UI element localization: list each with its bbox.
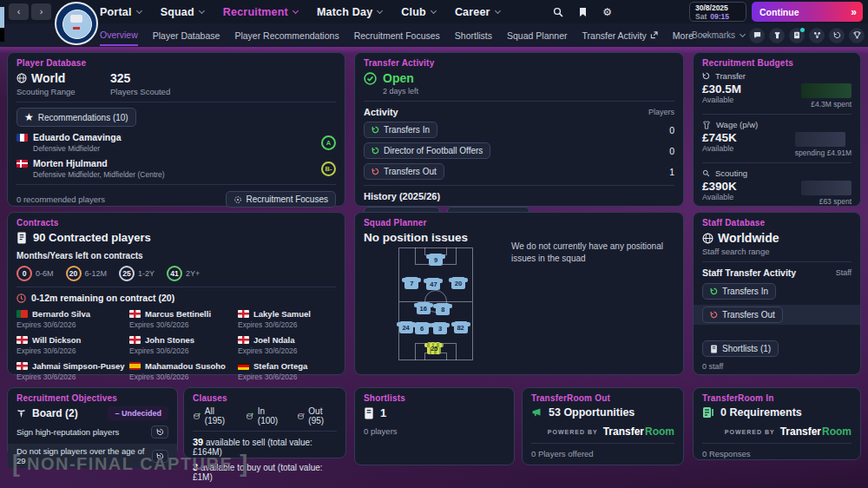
- staff-shortlists-button[interactable]: Shortlists (1): [702, 340, 779, 357]
- game-date[interactable]: 30/8/2025 Sat09:15: [689, 2, 746, 22]
- star-icon: ★: [24, 111, 34, 123]
- transfers-out-button[interactable]: Transfers Out: [364, 163, 444, 180]
- tab-transfer-activity[interactable]: Transfer Activity: [582, 30, 658, 41]
- nav-career[interactable]: Career: [455, 6, 500, 18]
- staff-transfers-in-button[interactable]: Transfers In: [702, 283, 776, 300]
- scouting-budget[interactable]: Scouting £390KAvailable £63 spent: [702, 168, 852, 206]
- contract-player[interactable]: Stefan OrtegaExpires 30/6/2026: [238, 361, 336, 381]
- transferroom-brand: POWERED BY TransferRoom: [531, 425, 674, 438]
- transfer-out-sync-icon: [372, 168, 379, 175]
- nation-flag: [238, 336, 249, 344]
- recommended-count-note: 0 recommended players: [16, 195, 105, 204]
- goalkeeper-shirt[interactable]: 25: [427, 342, 441, 354]
- transfer-budget[interactable]: Transfer £30.5MAvailable £4.3M spent: [702, 71, 852, 109]
- top-utility-icons: ⚙: [553, 0, 612, 23]
- contracted-players-headline[interactable]: 90 Contracted players: [16, 231, 336, 244]
- contract-player[interactable]: Lakyle SamuelExpires 30/6/2026: [238, 309, 336, 329]
- player-shirt[interactable]: 6: [415, 322, 429, 334]
- player-shirt[interactable]: 9: [429, 254, 443, 266]
- contract-player[interactable]: Mahamadou SusohoExpires 30/6/2026: [129, 361, 238, 381]
- contract-player[interactable]: John StonesExpires 30/6/2026: [129, 335, 238, 355]
- board-objectives-headline[interactable]: Board (2): [16, 407, 78, 419]
- search-icon[interactable]: [553, 7, 563, 17]
- news-document-icon[interactable]: [789, 28, 805, 43]
- nation-flag: [16, 160, 28, 168]
- contract-player[interactable]: Marcus BettinelliExpires 30/6/2026: [129, 309, 238, 329]
- nav-club[interactable]: Club: [401, 6, 436, 18]
- forward-button[interactable]: ›: [31, 3, 51, 20]
- bucket-0-6m[interactable]: 00-6M: [16, 266, 54, 281]
- recommended-player-row[interactable]: Morten Hjulmand Defensive Midfielder, Mi…: [16, 158, 336, 179]
- continue-button[interactable]: Continue »: [752, 2, 863, 22]
- objective-row[interactable]: Sign high-reputation players: [8, 423, 177, 441]
- tab-shortlists[interactable]: Shortlists: [455, 30, 492, 41]
- globe-icon: [702, 233, 713, 244]
- activity-header: Activity: [364, 107, 398, 117]
- transfer-in-sync-icon: [372, 147, 379, 155]
- inbox-chat-icon[interactable]: [749, 28, 765, 43]
- bucket-2y-plus[interactable]: 412Y+: [167, 266, 200, 281]
- nav-recruitment[interactable]: Recruitment: [223, 6, 298, 18]
- player-shirt[interactable]: 7: [404, 277, 418, 289]
- dof-offers-button[interactable]: Director of Football Offers: [364, 142, 490, 159]
- bucket-6-12m[interactable]: 206-12M: [66, 266, 108, 281]
- tab-recruitment-focuses[interactable]: Recruitment Focuses: [354, 30, 440, 41]
- sync-icon[interactable]: [829, 28, 845, 43]
- player-shirt[interactable]: 16: [417, 302, 431, 314]
- panel-title: Clauses: [193, 393, 337, 403]
- tab-overview[interactable]: Overview: [100, 24, 138, 46]
- main-content: Player Database World Scouting Range 325…: [0, 47, 868, 488]
- requirements-headline[interactable]: 0 Requirements: [702, 406, 852, 419]
- contract-player[interactable]: Bernardo SilvaExpires 30/6/2026: [16, 309, 129, 329]
- bucket-1-2y[interactable]: 251-2Y: [119, 266, 155, 281]
- transfers-in-button[interactable]: Transfers In: [364, 122, 437, 138]
- tab-player-database[interactable]: Player Database: [153, 30, 220, 41]
- settings-gear-icon[interactable]: ⚙: [602, 6, 612, 18]
- screen-edge-artifact: [0, 7, 4, 28]
- formation-pitch[interactable]: 9 7 47 20 16 8 24 6 3 82 25: [398, 247, 473, 360]
- opportunities-headline[interactable]: 53 Opportunities: [531, 406, 674, 419]
- non-final-capture-watermark: [ NON-FINAL CAPTURE ]: [12, 451, 247, 478]
- panel-title: Shortlists: [364, 393, 505, 403]
- nav-match-day[interactable]: Match Day: [317, 6, 382, 18]
- squad-shirt-icon[interactable]: [769, 28, 785, 43]
- staff-search-range[interactable]: Worldwide: [702, 231, 852, 245]
- nation-flag: [129, 336, 141, 344]
- player-shirt[interactable]: 8: [436, 303, 450, 315]
- bookmarks-dropdown[interactable]: Bookmarks: [692, 23, 745, 47]
- chevron-down-icon: [199, 7, 205, 13]
- clauses-in-filter[interactable]: In (100): [246, 406, 285, 425]
- contract-player[interactable]: Joel NdalaExpires 30/6/2026: [238, 335, 336, 355]
- nav-squad[interactable]: Squad: [161, 6, 204, 18]
- player-shirt[interactable]: 47: [426, 278, 440, 290]
- wage-budget[interactable]: Wage (p/w) £745KAvailable spending £4.91…: [702, 120, 852, 157]
- club-badge-manchester-city[interactable]: [55, 2, 98, 45]
- recommendations-button[interactable]: ★Recommendations (10): [16, 108, 136, 127]
- transferroom-out-panel: TransferRoom Out 53 Opportunities POWERE…: [522, 387, 684, 465]
- tactics-formation-icon[interactable]: [809, 28, 825, 43]
- recommended-player-row[interactable]: Eduardo Camavinga Defensive Midfielder A: [16, 132, 336, 153]
- clauses-all-filter[interactable]: All (195): [193, 406, 233, 425]
- player-shirt[interactable]: 20: [451, 277, 465, 289]
- bookmark-icon[interactable]: [578, 7, 588, 17]
- contract-player[interactable]: Will DicksonExpires 30/6/2026: [16, 335, 129, 355]
- shortlists-count[interactable]: 1: [364, 406, 505, 419]
- player-shirt[interactable]: 3: [433, 322, 447, 334]
- staff-transfers-out-button[interactable]: Transfers Out: [702, 307, 783, 323]
- scouting-range-stat[interactable]: World Scouting Range: [16, 71, 110, 96]
- contract-player[interactable]: Jahmai Simpson-PuseyExpires 30/6/2026: [16, 361, 129, 381]
- clauses-panel: Clauses All (195) In (100) Out (95) 39 a…: [183, 387, 346, 458]
- dof-offers-count: 0: [669, 146, 674, 156]
- tab-player-recommendations[interactable]: Player Recommendations: [234, 30, 339, 41]
- player-shirt[interactable]: 82: [454, 321, 468, 333]
- objective-history-button[interactable]: [151, 425, 168, 439]
- recruitment-focuses-button[interactable]: Recruitment Focuses: [226, 191, 336, 208]
- back-button[interactable]: ‹: [9, 3, 29, 20]
- tab-squad-planner[interactable]: Squad Planner: [507, 30, 567, 41]
- nav-portal[interactable]: Portal: [100, 6, 141, 18]
- trophy-icon[interactable]: [849, 28, 865, 43]
- player-shirt[interactable]: 24: [399, 321, 413, 333]
- nation-flag: [16, 310, 28, 318]
- clauses-out-filter[interactable]: Out (95): [297, 406, 338, 425]
- chevron-down-icon: [431, 7, 437, 13]
